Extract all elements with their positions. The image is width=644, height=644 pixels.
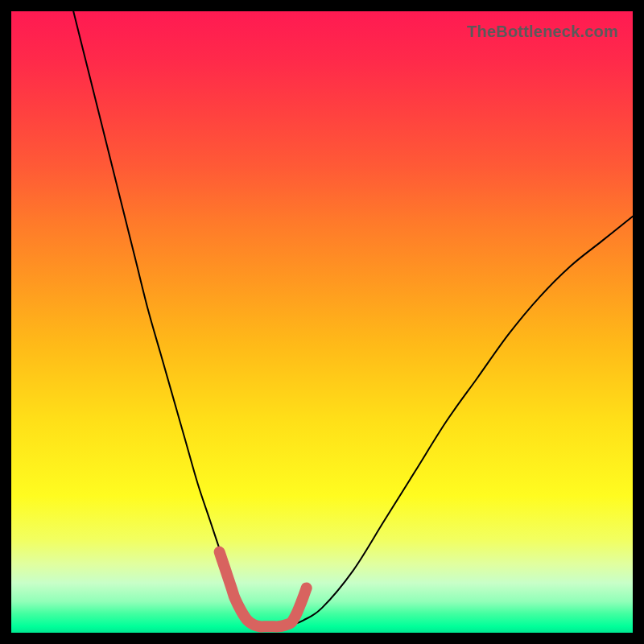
chart-frame: TheBottleneck.com xyxy=(0,0,644,644)
bottleneck-curve-svg xyxy=(11,11,633,633)
chart-plot-area: TheBottleneck.com xyxy=(11,11,633,633)
bottleneck-curve xyxy=(73,11,633,626)
attribution-label: TheBottleneck.com xyxy=(467,23,618,41)
highlight-band xyxy=(220,552,307,627)
